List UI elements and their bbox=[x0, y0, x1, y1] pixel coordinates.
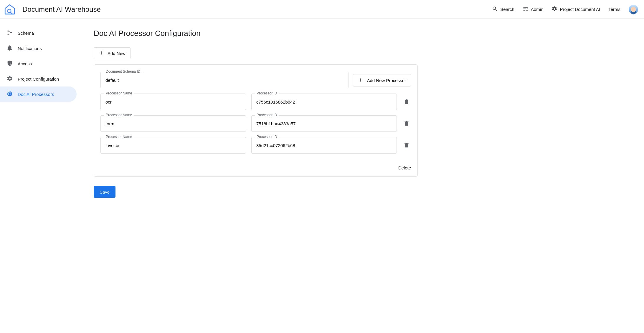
processor-id-input[interactable] bbox=[251, 137, 397, 154]
processor-row: Processor Name Processor ID bbox=[100, 137, 411, 154]
processor-id-field: Processor ID bbox=[251, 115, 397, 132]
trash-icon bbox=[403, 123, 410, 127]
sidebar-item-label: Project Configuration bbox=[18, 76, 59, 81]
processor-name-field: Processor Name bbox=[100, 94, 246, 110]
processor-id-label: Processor ID bbox=[255, 113, 279, 117]
logo-wrap: Document AI Warehouse bbox=[4, 3, 101, 16]
processor-name-input[interactable] bbox=[100, 137, 246, 154]
user-avatar[interactable] bbox=[629, 5, 638, 14]
sidebar-item-project-configuration[interactable]: Project Configuration bbox=[0, 71, 77, 86]
processor-id-input[interactable] bbox=[251, 94, 397, 110]
schema-icon bbox=[6, 29, 13, 37]
processor-name-field: Processor Name bbox=[100, 137, 246, 154]
sidebar-item-notifications[interactable]: Notifications bbox=[0, 41, 77, 56]
save-button[interactable]: Save bbox=[94, 186, 115, 198]
add-new-label: Add New bbox=[108, 51, 126, 56]
sidebar-item-label: Schema bbox=[18, 31, 34, 36]
processor-row: Processor Name Processor ID bbox=[100, 94, 411, 110]
processor-name-label: Processor Name bbox=[104, 113, 134, 117]
processor-name-label: Processor Name bbox=[104, 135, 134, 139]
tune-icon bbox=[523, 6, 529, 13]
processor-name-label: Processor Name bbox=[104, 91, 134, 95]
processor-name-field: Processor Name bbox=[100, 115, 246, 132]
processor-name-input[interactable] bbox=[100, 115, 246, 132]
schema-id-field: Document Schema ID bbox=[100, 72, 349, 88]
plus-icon bbox=[358, 77, 363, 84]
project-button[interactable]: Project Document AI bbox=[551, 6, 600, 13]
gear-icon bbox=[551, 6, 557, 13]
sidebar-item-label: Doc AI Processors bbox=[18, 92, 54, 97]
header-actions: Search Admin Project Document AI Terms bbox=[492, 5, 638, 14]
processor-id-input[interactable] bbox=[251, 115, 397, 132]
trash-icon bbox=[403, 101, 410, 106]
trash-icon bbox=[403, 145, 410, 149]
terms-link[interactable]: Terms bbox=[608, 7, 620, 12]
bell-icon bbox=[6, 45, 13, 52]
processor-id-label: Processor ID bbox=[255, 91, 279, 95]
processor-name-input[interactable] bbox=[100, 94, 246, 110]
shield-icon bbox=[6, 60, 13, 67]
add-processor-label: Add New Processor bbox=[367, 78, 406, 83]
app-title: Document AI Warehouse bbox=[22, 5, 101, 14]
add-new-button[interactable]: Add New bbox=[94, 47, 131, 59]
delete-processor-button[interactable] bbox=[402, 141, 411, 150]
processor-row: Processor Name Processor ID bbox=[100, 115, 411, 132]
main: Doc AI Processor Configuration Add New D… bbox=[79, 19, 432, 333]
admin-button[interactable]: Admin bbox=[523, 6, 544, 13]
add-new-processor-button[interactable]: Add New Processor bbox=[353, 74, 411, 86]
search-label: Search bbox=[500, 7, 514, 12]
sidebar-item-label: Access bbox=[18, 61, 32, 66]
sidebar-item-schema[interactable]: Schema bbox=[0, 25, 77, 41]
sidebar-item-label: Notifications bbox=[18, 46, 42, 51]
processor-config-card: Document Schema ID Add New Processor Pro… bbox=[94, 64, 418, 177]
warehouse-logo-icon bbox=[4, 3, 16, 16]
processor-id-field: Processor ID bbox=[251, 94, 397, 110]
search-button[interactable]: Search bbox=[492, 6, 514, 13]
chip-icon bbox=[6, 91, 13, 98]
admin-label: Admin bbox=[531, 7, 544, 12]
header: Document AI Warehouse Search Admin Proje… bbox=[0, 0, 644, 19]
search-icon bbox=[492, 6, 498, 13]
sidebar-item-doc-ai-processors[interactable]: Doc AI Processors bbox=[0, 86, 77, 102]
delete-card-button[interactable]: Delete bbox=[398, 165, 411, 170]
processor-id-label: Processor ID bbox=[255, 135, 279, 139]
sidebar-item-access[interactable]: Access bbox=[0, 56, 77, 71]
processor-id-field: Processor ID bbox=[251, 137, 397, 154]
delete-processor-button[interactable] bbox=[402, 119, 411, 129]
plus-icon bbox=[99, 50, 104, 56]
project-label: Project Document AI bbox=[560, 7, 600, 12]
schema-id-label: Document Schema ID bbox=[104, 69, 142, 74]
delete-processor-button[interactable] bbox=[402, 97, 411, 107]
gear-icon bbox=[6, 75, 13, 83]
schema-id-input[interactable] bbox=[100, 72, 349, 88]
page-title: Doc AI Processor Configuration bbox=[94, 29, 418, 38]
sidebar: Schema Notifications Access Project Conf… bbox=[0, 19, 79, 333]
